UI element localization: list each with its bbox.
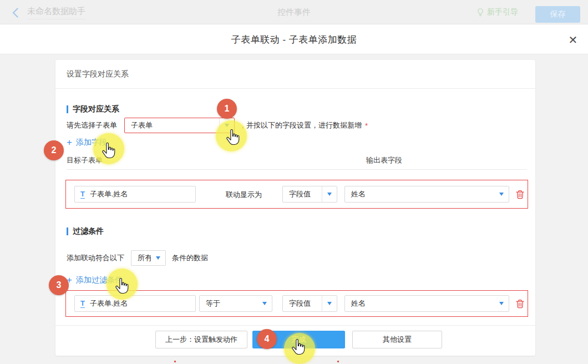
section-marker [67,105,68,113]
close-icon: ✕ [569,34,578,46]
footer-divider [55,325,535,326]
filter-condition-row: T 子表单.姓名 等于 字段值 姓名 [65,290,528,317]
plus-icon: + [67,276,72,284]
done-button[interactable]: 完成 [252,331,345,348]
match-mode-select[interactable]: 所有 [131,250,166,266]
section-marker [67,228,68,235]
field-mapping-row: T 子表单.姓名 联动显示为 字段值 姓名 [65,180,528,209]
chevron-down-icon [499,193,504,196]
add-filter-link[interactable]: + 添加过滤条件 [67,275,123,285]
modal-body: 设置字段对应关系 字段对应关系 请先选择子表单 子表单 ，并按以下的字段设置，进… [0,54,588,364]
match-mode-value: 所有 [131,253,151,263]
modal-close-button[interactable]: ✕ [565,32,581,48]
select-divider [322,296,322,311]
select-divider [219,118,220,133]
column-target-subform: 目标子表单 [67,155,103,165]
partial-red-mark [174,361,176,362]
delete-row-button[interactable] [515,190,525,201]
filter-field-input[interactable]: T 子表单.姓名 [74,295,196,312]
modal-header: 子表单联动 - 子表单添加数据 ✕ [0,24,588,54]
linkage-display-label: 联动显示为 [226,180,262,209]
plus-icon: + [67,139,72,146]
target-field-input[interactable]: T 子表单.姓名 [74,186,196,203]
card-header-label: 设置字段对应关系 [67,69,129,78]
chevron-down-icon [262,302,267,305]
chevron-down-icon [156,256,160,260]
add-field-link[interactable]: + 添加字段 [67,138,107,148]
text-field-type-icon: T [80,190,85,199]
add-field-label: 添加字段 [76,138,107,148]
operator-value: 等于 [200,299,257,309]
chevron-down-icon [327,193,332,196]
required-asterisk: * [365,122,368,130]
columns-divider [67,169,527,170]
text-field-type-icon: T [80,300,85,308]
settings-card: 设置字段对应关系 字段对应关系 请先选择子表单 子表单 ，并按以下的字段设置，进… [55,60,535,356]
subform-select-label: 请先选择子表单 [67,118,117,133]
target-field-value: 子表单.姓名 [90,189,128,199]
filter-output-field-value: 姓名 [345,299,494,309]
match-mode-row: 添加联动符合以下 所有 条件的数据 [67,250,208,266]
section-title-label: 字段对应关系 [73,104,119,114]
filter-output-field-select[interactable]: 姓名 [344,295,509,312]
operator-select[interactable]: 等于 [199,295,272,312]
save-button[interactable]: 保存 [535,6,580,23]
add-filter-label: 添加过滤条件 [76,275,123,285]
filter-value-type-select[interactable]: 字段值 [282,295,337,312]
value-type-value: 字段值 [283,189,322,199]
lightbulb-icon [477,8,484,17]
output-field-select[interactable]: 姓名 [344,186,509,203]
section-field-mapping: 字段对应关系 [67,104,119,114]
modal-title: 子表单联动 - 子表单添加数据 [0,33,588,46]
chevron-down-icon [225,124,229,127]
output-field-value: 姓名 [345,189,494,199]
previous-step-button[interactable]: 上一步：设置触发动作 [155,331,247,348]
guide-link[interactable]: 新手引导 [477,7,518,17]
other-settings-button[interactable]: 其他设置 [352,331,442,348]
top-bar: 未命名数据助手 控件事件 新手引导 保存 [0,0,588,24]
guide-label: 新手引导 [487,7,518,17]
section-title-label: 过滤条件 [73,226,104,236]
trash-icon [515,299,525,309]
match-prefix-label: 添加联动符合以下 [67,253,124,263]
subform-hint-text: ，并按以下的字段设置，进行数据新增 [239,120,362,130]
filter-field-value: 子表单.姓名 [90,299,128,309]
screen: 未命名数据助手 控件事件 新手引导 保存 子表单联动 - 子表单添加数据 ✕ 设… [0,0,588,364]
value-type-select[interactable]: 字段值 [282,186,337,203]
match-suffix-label: 条件的数据 [172,253,208,263]
card-header: 设置字段对应关系 [55,60,535,89]
chevron-down-icon [499,302,504,305]
section-filter-conditions: 过滤条件 [67,226,104,236]
delete-row-button[interactable] [515,299,525,310]
subform-select-row: 请先选择子表单 子表单 ，并按以下的字段设置，进行数据新增 * [67,118,368,133]
filter-value-type-value: 字段值 [283,299,322,309]
chevron-down-icon [327,302,332,305]
subform-select[interactable]: 子表单 [124,118,235,133]
column-output-field: 输出表字段 [366,155,402,165]
partial-red-mark [337,361,339,362]
trash-icon [515,190,525,199]
select-divider [322,186,322,202]
subform-select-value: 子表单 [125,120,219,130]
